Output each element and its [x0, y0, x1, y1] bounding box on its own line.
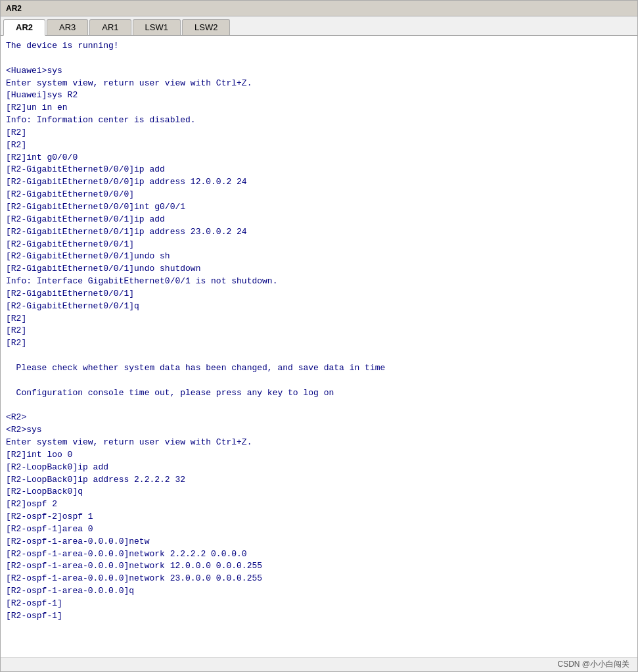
footer: CSDN @小小白闯关: [1, 657, 637, 671]
tab-lsw1[interactable]: LSW1: [133, 19, 181, 35]
tab-bar: AR2AR3AR1LSW1LSW2: [1, 16, 637, 36]
tab-ar1[interactable]: AR1: [89, 19, 131, 35]
footer-text: CSDN @小小白闯关: [557, 659, 629, 670]
tab-ar2[interactable]: AR2: [3, 19, 45, 36]
window-title: AR2: [6, 4, 22, 13]
tab-lsw2[interactable]: LSW2: [182, 19, 230, 35]
tab-ar3[interactable]: AR3: [47, 19, 88, 35]
console-output[interactable]: The device is running! <Huawei>sys Enter…: [1, 36, 637, 657]
main-window: AR2 AR2AR3AR1LSW1LSW2 The device is runn…: [0, 0, 638, 672]
title-bar: AR2: [1, 1, 637, 16]
